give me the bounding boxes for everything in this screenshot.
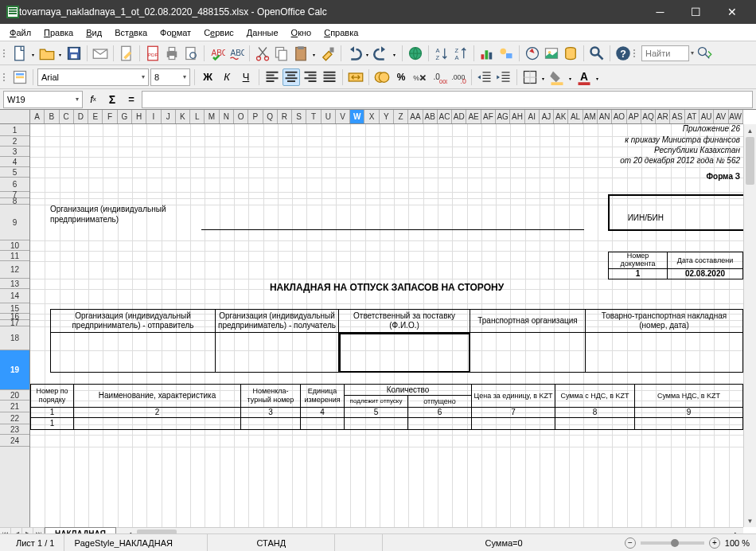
col-header-AC[interactable]: AC xyxy=(438,110,452,123)
zoom-in-button[interactable]: + xyxy=(709,537,720,549)
email-button[interactable] xyxy=(92,45,109,62)
col-header-AN[interactable]: AN xyxy=(598,110,612,123)
status-mode[interactable]: СТАНД xyxy=(208,534,335,551)
spellcheck-button[interactable]: ABC xyxy=(208,45,226,62)
show-draw-button[interactable] xyxy=(497,45,515,62)
col-header-AW[interactable]: AW xyxy=(729,110,743,123)
col-header-D[interactable]: D xyxy=(74,110,88,123)
col-header-A[interactable]: A xyxy=(30,110,45,123)
row-header-9[interactable]: 9 xyxy=(0,205,29,240)
col-header-AK[interactable]: AK xyxy=(554,110,568,123)
row-header-5[interactable]: 5 xyxy=(0,167,29,178)
row-header-8[interactable]: 8 xyxy=(0,198,29,205)
align-justify-button[interactable] xyxy=(321,68,338,86)
vscroll-thumb[interactable] xyxy=(746,137,754,185)
gallery-button[interactable] xyxy=(543,45,560,62)
col-header-AF[interactable]: AF xyxy=(481,110,496,123)
new-button[interactable] xyxy=(11,45,29,62)
row-header-22[interactable]: 22 xyxy=(0,412,29,424)
remove-decimal-button[interactable]: .000.0 xyxy=(450,68,467,86)
sum-button[interactable]: Σ xyxy=(103,91,121,108)
col-header-I[interactable]: I xyxy=(146,110,161,123)
col-header-AA[interactable]: AA xyxy=(408,110,423,123)
col-header-AP[interactable]: AP xyxy=(627,110,641,123)
col-header-AR[interactable]: AR xyxy=(656,110,670,123)
data-row-price[interactable] xyxy=(472,418,555,430)
col-header-AU[interactable]: AU xyxy=(699,110,714,123)
edit-file-button[interactable] xyxy=(118,45,135,62)
cell-sender[interactable] xyxy=(50,333,216,373)
zoom-out-button[interactable]: − xyxy=(625,537,636,549)
col-header-AB[interactable]: AB xyxy=(423,110,438,123)
col-header-AI[interactable]: AI xyxy=(525,110,540,123)
col-header-U[interactable]: U xyxy=(321,110,336,123)
vertical-scrollbar[interactable]: ▲ ▼ xyxy=(743,124,756,527)
find-input[interactable] xyxy=(641,45,689,61)
underline-button[interactable]: Ч xyxy=(237,68,255,86)
row-header-13[interactable]: 13 xyxy=(0,279,29,289)
merge-cells-button[interactable] xyxy=(347,68,364,86)
chart-button[interactable] xyxy=(478,45,496,62)
col-header-AD[interactable]: AD xyxy=(452,110,466,123)
col-header-S[interactable]: S xyxy=(292,110,306,123)
increase-indent-button[interactable] xyxy=(495,68,512,86)
cell-receiver[interactable] xyxy=(216,333,339,373)
zoom-button[interactable] xyxy=(588,45,606,62)
sort-desc-button[interactable]: ZA xyxy=(452,45,470,62)
col-header-AT[interactable]: AT xyxy=(685,110,699,123)
decrease-indent-button[interactable] xyxy=(476,68,493,86)
col-header-V[interactable]: V xyxy=(336,110,350,123)
row-header-10[interactable]: 10 xyxy=(0,240,29,251)
col-header-Z[interactable]: Z xyxy=(394,110,408,123)
col-header-AL[interactable]: AL xyxy=(568,110,583,123)
data-row-name[interactable] xyxy=(74,418,241,430)
open-button[interactable] xyxy=(38,45,56,62)
currency-button[interactable] xyxy=(373,68,391,86)
data-row-nom[interactable] xyxy=(241,418,301,430)
function-button[interactable]: = xyxy=(123,91,140,108)
print-preview-button[interactable] xyxy=(182,45,200,62)
zoom-value[interactable]: 100 % xyxy=(725,538,750,548)
col-header-AO[interactable]: AO xyxy=(612,110,626,123)
row-header-1[interactable]: 1 xyxy=(0,124,29,136)
format-handle[interactable] xyxy=(3,68,8,86)
save-button[interactable] xyxy=(65,45,83,62)
borders-button[interactable] xyxy=(521,68,539,86)
row-header-21[interactable]: 21 xyxy=(0,401,29,412)
col-header-E[interactable]: E xyxy=(88,110,103,123)
col-header-H[interactable]: H xyxy=(132,110,146,123)
export-pdf-button[interactable]: PDF xyxy=(144,45,162,62)
menu-format[interactable]: Формат xyxy=(154,26,197,39)
menu-help[interactable]: Справка xyxy=(318,26,364,39)
row-header-23[interactable]: 23 xyxy=(0,424,29,435)
row-header-12[interactable]: 12 xyxy=(0,261,29,279)
col-header-Y[interactable]: Y xyxy=(380,110,394,123)
grid[interactable]: Приложение 26 к приказу Министра финансо… xyxy=(30,124,743,527)
styles-button[interactable] xyxy=(11,68,29,86)
data-row-sum[interactable] xyxy=(555,418,635,430)
col-header-C[interactable]: C xyxy=(60,110,74,123)
col-header-AV[interactable]: AV xyxy=(714,110,728,123)
col-header-AE[interactable]: AE xyxy=(466,110,481,123)
standard-format-button[interactable]: %🗙 xyxy=(411,68,429,86)
auto-spellcheck-button[interactable]: ABC xyxy=(228,45,245,62)
cell-transport[interactable] xyxy=(470,333,586,373)
zoom-slider[interactable] xyxy=(641,541,704,545)
data-row-unit[interactable] xyxy=(301,418,345,430)
row-header-11[interactable]: 11 xyxy=(0,251,29,261)
hyperlink-button[interactable] xyxy=(407,45,424,62)
cell-responsible-selected[interactable] xyxy=(339,333,470,373)
toolbar-handle[interactable] xyxy=(3,45,8,62)
redo-button[interactable] xyxy=(372,45,390,62)
align-right-button[interactable] xyxy=(302,68,319,86)
menu-insert[interactable]: Вставка xyxy=(108,26,154,39)
menu-edit[interactable]: Правка xyxy=(37,26,80,39)
find-dropdown-icon[interactable]: ▾ xyxy=(691,49,694,57)
data-row-nds[interactable] xyxy=(635,418,743,430)
bgcolor-button[interactable] xyxy=(548,68,566,86)
menu-view[interactable]: Вид xyxy=(80,26,108,39)
find-next-button[interactable] xyxy=(696,45,713,62)
paste-button[interactable] xyxy=(292,45,310,62)
col-header-AS[interactable]: AS xyxy=(670,110,684,123)
col-header-R[interactable]: R xyxy=(278,110,292,123)
